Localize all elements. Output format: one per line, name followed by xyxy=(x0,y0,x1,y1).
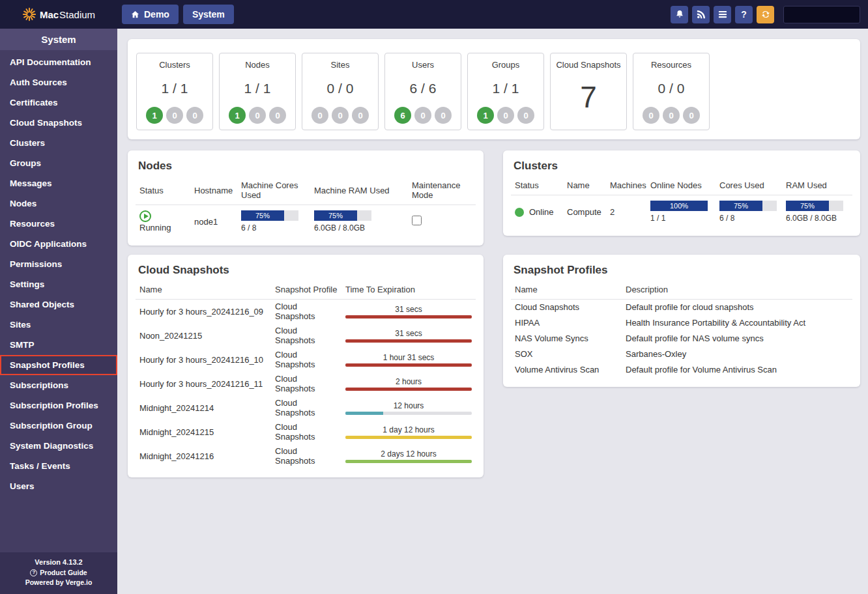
sidebar-item-settings[interactable]: Settings xyxy=(0,274,117,294)
table-row[interactable]: Running node1 75% 6 / 8 75% xyxy=(136,205,476,237)
snapshot-name: Hourly for 3 hours_20241216_09 xyxy=(136,300,271,324)
status-badge: 0 xyxy=(517,107,534,124)
snapshot-name: Midnight_20241214 xyxy=(136,396,271,420)
search-input[interactable] xyxy=(783,6,860,23)
snapshot-profile: Cloud Snapshots xyxy=(271,348,341,372)
snapshot-name: Hourly for 3 hours_20241216_11 xyxy=(136,372,271,396)
status-badge: 0 xyxy=(269,107,286,124)
system-button[interactable]: System xyxy=(183,5,234,24)
cloud-snapshots-panel: Cloud Snapshots Name Snapshot Profile Ti… xyxy=(128,255,484,477)
profile-description: Health Insurance Portability & Accountab… xyxy=(622,315,852,331)
help-button[interactable]: ? xyxy=(735,6,753,23)
refresh-button[interactable] xyxy=(757,6,774,23)
snapshot-profile: Cloud Snapshots xyxy=(271,396,341,420)
ram-progress-bar: 75% xyxy=(786,201,843,211)
sidebar-item-smtp[interactable]: SMTP xyxy=(0,335,117,355)
sidebar-item-sites[interactable]: Sites xyxy=(0,315,117,335)
sidebar-item-permissions[interactable]: Permissions xyxy=(0,254,117,274)
table-row[interactable]: Midnight_20241215 Cloud Snapshots 1 day … xyxy=(136,420,476,444)
table-row[interactable]: Midnight_20241214 Cloud Snapshots 12 hou… xyxy=(136,396,476,420)
status-badge: 0 xyxy=(352,107,369,124)
table-row[interactable]: NAS Volume Syncs Default profile for NAS… xyxy=(511,331,852,346)
status-badge: 0 xyxy=(186,107,203,124)
sidebar-item-snapshot-profiles[interactable]: Snapshot Profiles xyxy=(0,355,117,375)
status-badges: 1 0 0 xyxy=(477,107,534,124)
stat-label: Clusters xyxy=(159,60,190,70)
table-row[interactable]: Volume Antivirus Scan Default profile fo… xyxy=(511,362,852,378)
snapshot-profile: Cloud Snapshots xyxy=(271,372,341,396)
expiration-bar xyxy=(345,412,472,415)
stat-tile-users[interactable]: Users 6 / 6 6 0 0 xyxy=(384,53,461,130)
expiration-bar xyxy=(345,460,472,463)
sidebar-item-groups[interactable]: Groups xyxy=(0,153,117,173)
sidebar-item-api-documentation[interactable]: API Documentation xyxy=(0,52,117,72)
table-row[interactable]: Midnight_20241216 Cloud Snapshots 2 days… xyxy=(136,444,476,468)
sidebar-item-auth-sources[interactable]: Auth Sources xyxy=(0,72,117,92)
stat-tile-cloud-snapshots[interactable]: Cloud Snapshots 7 xyxy=(550,53,627,130)
sidebar-item-subscriptions[interactable]: Subscriptions xyxy=(0,375,117,395)
demo-button[interactable]: Demo xyxy=(122,5,179,24)
topbar-actions: ? xyxy=(671,6,860,23)
sidebar-item-clusters[interactable]: Clusters xyxy=(0,133,117,153)
product-guide-label: Product Guide xyxy=(40,568,87,578)
stat-value: 7 xyxy=(580,70,597,124)
expiration-time: 31 secs xyxy=(345,329,472,338)
status-badge: 6 xyxy=(394,107,411,124)
sidebar-item-system-diagnostics[interactable]: System Diagnostics xyxy=(0,436,117,456)
stat-tile-groups[interactable]: Groups 1 / 1 1 0 0 xyxy=(467,53,544,130)
cluster-name: Compute xyxy=(563,195,606,227)
table-row[interactable]: Hourly for 3 hours_20241216_09 Cloud Sna… xyxy=(136,300,476,324)
sidebar-item-oidc-applications[interactable]: OIDC Applications xyxy=(0,234,117,254)
stat-label: Resources xyxy=(651,60,691,70)
expiration-bar-fill xyxy=(345,460,472,463)
bell-icon xyxy=(675,10,684,19)
stat-tile-clusters[interactable]: Clusters 1 / 1 1 0 0 xyxy=(136,53,213,130)
running-icon xyxy=(139,210,151,222)
status-badge: 0 xyxy=(249,107,266,124)
snapshot-name: Hourly for 3 hours_20241216_10 xyxy=(136,348,271,372)
table-row[interactable]: Hourly for 3 hours_20241216_10 Cloud Sna… xyxy=(136,348,476,372)
table-row[interactable]: SOX Sarbanes-Oxley xyxy=(511,346,852,362)
home-icon xyxy=(131,10,139,19)
clusters-table: Status Name Machines Online Nodes Cores … xyxy=(511,178,852,227)
table-row[interactable]: Online Compute 2 100% 1 / 1 75% xyxy=(511,195,852,227)
status-badge: 0 xyxy=(663,107,680,124)
table-row[interactable]: Cloud Snapshots Default profile for clou… xyxy=(511,300,852,316)
progress-fill: 100% xyxy=(650,201,708,211)
table-row[interactable]: Noon_20241215 Cloud Snapshots 31 secs xyxy=(136,324,476,348)
sidebar-item-certificates[interactable]: Certificates xyxy=(0,92,117,113)
sidebar-item-subscription-group[interactable]: Subscription Group xyxy=(0,416,117,436)
sidebar-item-users[interactable]: Users xyxy=(0,476,117,496)
progress-fill: 75% xyxy=(786,201,829,211)
sidebar-item-tasks-events[interactable]: Tasks / Events xyxy=(0,456,117,476)
rss-button[interactable] xyxy=(692,6,710,23)
expiration-time: 31 secs xyxy=(345,305,472,314)
status-badges: 6 0 0 xyxy=(394,107,452,124)
snapshot-profiles-panel: Snapshot Profiles Name Description Cloud… xyxy=(503,255,860,387)
table-row[interactable]: HIPAA Health Insurance Portability & Acc… xyxy=(511,315,852,331)
column-header: Status xyxy=(511,178,563,195)
status-badge: 0 xyxy=(311,107,328,124)
stat-tile-resources[interactable]: Resources 0 / 0 0 0 0 xyxy=(633,53,710,130)
stat-tile-sites[interactable]: Sites 0 / 0 0 0 0 xyxy=(302,53,379,130)
notifications-button[interactable] xyxy=(671,6,688,23)
sidebar-item-subscription-profiles[interactable]: Subscription Profiles xyxy=(0,395,117,416)
expiration-bar-fill xyxy=(345,412,383,415)
sidebar-item-shared-objects[interactable]: Shared Objects xyxy=(0,294,117,315)
macstadium-logo[interactable]: MacStadium xyxy=(0,7,117,21)
sidebar-item-nodes[interactable]: Nodes xyxy=(0,193,117,214)
ram-used-text: 6.0GB / 8.0GB xyxy=(786,214,848,223)
table-row[interactable]: Hourly for 3 hours_20241216_11 Cloud Sna… xyxy=(136,372,476,396)
maintenance-mode-checkbox[interactable] xyxy=(412,216,422,225)
sidebar-item-resources[interactable]: Resources xyxy=(0,214,117,234)
sidebar-item-cloud-snapshots[interactable]: Cloud Snapshots xyxy=(0,113,117,133)
sidebar-item-messages[interactable]: Messages xyxy=(0,173,117,193)
log-list-button[interactable] xyxy=(714,6,731,23)
stat-tile-nodes[interactable]: Nodes 1 / 1 1 0 0 xyxy=(219,53,296,130)
status-badges: 1 0 0 xyxy=(229,107,286,124)
product-guide-link[interactable]: ? Product Guide xyxy=(0,568,117,578)
profile-name: SOX xyxy=(511,346,622,362)
cores-progress-bar: 75% xyxy=(719,201,777,211)
stat-value: 1 / 1 xyxy=(493,81,519,96)
status-badges: 0 0 0 xyxy=(311,107,369,124)
